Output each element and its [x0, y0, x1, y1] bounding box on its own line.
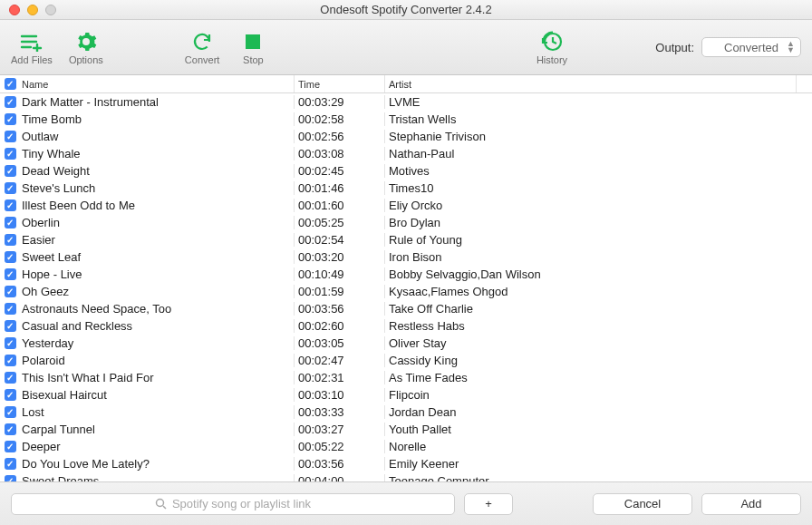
cell-time: 00:02:60	[295, 319, 385, 333]
cell-artist: Times10	[385, 181, 812, 195]
row-checkbox[interactable]	[5, 389, 16, 401]
add-files-button[interactable]: Add Files	[11, 29, 53, 65]
cell-time: 00:03:05	[295, 336, 385, 350]
cell-artist: Kysaac,Flames Ohgod	[385, 285, 812, 298]
cell-time: 00:03:29	[295, 95, 385, 109]
cell-name: Astronauts Need Space, Too	[20, 302, 295, 316]
row-checkbox[interactable]	[5, 234, 16, 246]
table-row[interactable]: Hope - Live00:10:49Bobby Selvaggio,Dan W…	[0, 266, 812, 283]
svg-point-7	[156, 500, 163, 507]
output-select[interactable]: Converted ▲▼	[701, 37, 801, 57]
add-files-icon	[20, 29, 44, 54]
table-row[interactable]: Lost00:03:33Jordan Dean	[0, 403, 812, 421]
cell-artist: Bobby Selvaggio,Dan Wilson	[385, 267, 812, 281]
row-checkbox[interactable]	[5, 165, 16, 177]
column-header-name[interactable]: Name	[20, 75, 295, 92]
stop-button[interactable]: Stop	[236, 29, 270, 65]
cell-artist: Iron Bison	[385, 250, 812, 264]
cell-time: 00:03:56	[295, 302, 385, 316]
cell-time: 00:02:54	[295, 233, 385, 247]
table-row[interactable]: Dark Matter - Instrumental00:03:29LVME	[0, 93, 812, 111]
select-all-checkbox[interactable]	[5, 78, 16, 90]
cell-name: Casual and Reckless	[20, 319, 295, 333]
cell-name: This Isn't What I Paid For	[20, 371, 295, 384]
table-row[interactable]: This Isn't What I Paid For00:02:31As Tim…	[0, 369, 812, 386]
row-checkbox[interactable]	[5, 268, 16, 280]
cell-name: Carpal Tunnel	[20, 423, 295, 436]
bottom-bar: Spotify song or playlist link + Cancel A…	[0, 481, 812, 525]
table-row[interactable]: Deeper00:05:22Norelle	[0, 438, 812, 455]
row-checkbox[interactable]	[5, 458, 16, 470]
row-checkbox[interactable]	[5, 113, 16, 125]
add-button[interactable]: Add	[701, 493, 801, 515]
row-checkbox[interactable]	[5, 286, 16, 297]
cell-time: 00:03:56	[295, 457, 385, 471]
table-row[interactable]: Time Bomb00:02:58Tristan Wells	[0, 111, 812, 128]
cell-time: 00:02:56	[295, 130, 385, 143]
cell-artist: Motives	[385, 164, 812, 178]
row-checkbox[interactable]	[5, 355, 16, 366]
table-row[interactable]: Do You Love Me Lately?00:03:56Emily Keen…	[0, 455, 812, 472]
cell-artist: Rule of Young	[385, 233, 812, 247]
convert-label: Convert	[185, 54, 220, 65]
table-row[interactable]: Yesterday00:03:05Oliver Stay	[0, 335, 812, 352]
table-row[interactable]: Illest Been Odd to Me00:01:60Eliy Orcko	[0, 197, 812, 214]
row-checkbox[interactable]	[5, 337, 16, 349]
cell-artist: Oliver Stay	[385, 336, 812, 350]
cell-artist: Restless Habs	[385, 319, 812, 333]
convert-button[interactable]: Convert	[185, 29, 220, 65]
table-row[interactable]: Tiny Whale00:03:08Nathan-Paul	[0, 145, 812, 162]
history-button[interactable]: History	[535, 29, 569, 65]
row-checkbox[interactable]	[5, 303, 16, 315]
add-plus-button[interactable]: +	[464, 493, 513, 515]
table-row[interactable]: Outlaw00:02:56Stephanie Trivison	[0, 128, 812, 145]
row-checkbox[interactable]	[5, 217, 16, 228]
table-row[interactable]: Polaroid00:02:47Cassidy King	[0, 352, 812, 369]
row-checkbox[interactable]	[5, 251, 16, 263]
table-row[interactable]: Bisexual Haircut00:03:10Flipcoin	[0, 386, 812, 403]
gear-icon	[75, 29, 97, 54]
toolbar: Add Files Options Convert Stop History	[0, 20, 812, 75]
cell-time: 00:05:22	[295, 440, 385, 453]
table-row[interactable]: Carpal Tunnel00:03:27Youth Pallet	[0, 421, 812, 438]
cell-name: Polaroid	[20, 354, 295, 367]
row-checkbox[interactable]	[5, 148, 16, 160]
cell-artist: Eliy Orcko	[385, 199, 812, 212]
cell-time: 00:03:33	[295, 405, 385, 419]
cell-time: 00:02:58	[295, 112, 385, 126]
row-checkbox[interactable]	[5, 131, 16, 142]
table-row[interactable]: Casual and Reckless00:02:60Restless Habs	[0, 317, 812, 335]
row-checkbox[interactable]	[5, 372, 16, 384]
row-checkbox[interactable]	[5, 96, 16, 108]
row-checkbox[interactable]	[5, 320, 16, 332]
cell-artist: Norelle	[385, 440, 812, 453]
table-row[interactable]: Sweet Leaf00:03:20Iron Bison	[0, 248, 812, 266]
row-checkbox[interactable]	[5, 199, 16, 211]
row-checkbox[interactable]	[5, 182, 16, 194]
options-label: Options	[69, 54, 103, 65]
column-header-artist[interactable]: Artist	[385, 75, 796, 92]
cell-time: 00:02:47	[295, 354, 385, 367]
cell-name: Deeper	[20, 440, 295, 453]
table-row[interactable]: Steve's Lunch00:01:46Times10	[0, 180, 812, 197]
cancel-button[interactable]: Cancel	[593, 493, 692, 515]
add-files-label: Add Files	[11, 54, 53, 65]
table-row[interactable]: Easier00:02:54Rule of Young	[0, 231, 812, 248]
search-input[interactable]: Spotify song or playlist link	[11, 493, 455, 515]
table-row[interactable]: Dead Weight00:02:45Motives	[0, 162, 812, 180]
column-header-time[interactable]: Time	[295, 75, 385, 92]
track-list[interactable]: Dark Matter - Instrumental00:03:29LVMETi…	[0, 93, 812, 499]
output-label: Output:	[655, 41, 694, 54]
cell-artist: Youth Pallet	[385, 423, 812, 436]
cell-name: Illest Been Odd to Me	[20, 199, 295, 212]
row-checkbox[interactable]	[5, 406, 16, 418]
table-row[interactable]: Astronauts Need Space, Too00:03:56Take O…	[0, 300, 812, 317]
table-row[interactable]: Oberlin00:05:25Bro Dylan	[0, 214, 812, 231]
row-checkbox[interactable]	[5, 423, 16, 435]
options-button[interactable]: Options	[69, 29, 103, 65]
stop-icon	[244, 29, 262, 54]
table-row[interactable]: Oh Geez00:01:59Kysaac,Flames Ohgod	[0, 283, 812, 300]
row-checkbox[interactable]	[5, 441, 16, 452]
cell-name: Yesterday	[20, 336, 295, 350]
cell-artist: Cassidy King	[385, 354, 812, 367]
